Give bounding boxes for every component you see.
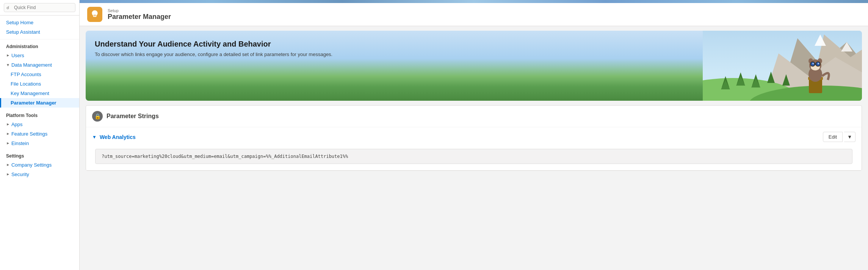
hero-subtitle: To discover which links engage your audi… <box>95 52 332 57</box>
dropdown-button[interactable]: ▼ <box>844 132 855 142</box>
hero-text-area: Understand Your Audience Activity and Be… <box>86 31 342 66</box>
platform-tools-title: Platform Tools <box>0 111 79 120</box>
sidebar-item-security[interactable]: ▼ Security <box>0 170 79 179</box>
sidebar-item-users[interactable]: ▼ Users <box>0 51 79 60</box>
sidebar-item-users-label: Users <box>11 53 24 58</box>
sidebar-item-file-locations[interactable]: File Locations <box>0 79 79 89</box>
subsection-title-group: ▼ Web Analytics <box>92 134 136 140</box>
security-chevron: ▼ <box>6 173 10 176</box>
sidebar-section-administration: Administration ▼ Users ▼ Data Management… <box>0 39 79 108</box>
param-string-value: ?utm_source=marketing%20cloud&utm_medium… <box>95 149 852 164</box>
sidebar-item-feature-settings-label: Feature Settings <box>11 131 47 137</box>
svg-point-27 <box>812 63 814 64</box>
hero-title: Understand Your Audience Activity and Be… <box>95 40 332 48</box>
main-content: Setup Parameter Manager Understand Your … <box>80 0 868 270</box>
company-settings-chevron: ▼ <box>6 163 10 167</box>
page-title: Parameter Manager <box>108 13 171 21</box>
section-header-icon: 🔒 <box>92 111 103 122</box>
administration-title: Administration <box>0 42 79 51</box>
sidebar-link-setup-assistant[interactable]: Setup Assistant <box>0 27 79 37</box>
header-bar: Setup Parameter Manager <box>80 3 868 26</box>
dropdown-chevron-icon: ▼ <box>847 134 852 140</box>
sidebar-item-ftp-accounts[interactable]: FTP Accounts <box>0 70 79 79</box>
sidebar-item-data-management[interactable]: ▼ Data Management <box>0 60 79 70</box>
einstein-chevron: ▼ <box>6 142 10 145</box>
sidebar-item-einstein-label: Einstein <box>11 140 29 146</box>
sidebar-item-einstein[interactable]: ▼ Einstein <box>0 139 79 148</box>
sidebar-item-company-settings-label: Company Settings <box>11 162 52 168</box>
sidebar-section-platform-tools: Platform Tools ▼ Apps ▼ Feature Settings… <box>0 108 79 149</box>
sidebar-item-security-label: Security <box>11 172 29 177</box>
header-text-group: Setup Parameter Manager <box>108 8 171 21</box>
sidebar-top-links: Setup Home Setup Assistant <box>0 16 79 39</box>
setup-label: Setup <box>108 8 171 13</box>
edit-button[interactable]: Edit <box>823 132 843 142</box>
web-analytics-chevron-icon[interactable]: ▼ <box>92 134 97 140</box>
parameter-manager-icon <box>87 7 102 22</box>
hero-decoration <box>703 31 862 101</box>
parameter-strings-section: 🔒 Parameter Strings ▼ Web Analytics Edit… <box>86 105 862 171</box>
sidebar-item-key-management[interactable]: Key Management <box>0 89 79 98</box>
subsection-actions: Edit ▼ <box>823 132 855 142</box>
sidebar: ☌ Setup Home Setup Assistant Administrat… <box>0 0 80 270</box>
sidebar-item-data-management-label: Data Management <box>11 62 52 68</box>
feature-settings-chevron: ▼ <box>6 132 10 136</box>
search-bar-container: ☌ <box>0 0 79 16</box>
search-icon: ☌ <box>6 5 9 10</box>
sidebar-item-apps-label: Apps <box>11 122 23 127</box>
sidebar-section-settings: Settings ▼ Company Settings ▼ Security <box>0 149 79 180</box>
wavy-top-decoration <box>80 0 868 3</box>
sidebar-item-company-settings[interactable]: ▼ Company Settings <box>0 160 79 170</box>
data-management-chevron: ▼ <box>6 63 10 67</box>
sidebar-link-setup-home[interactable]: Setup Home <box>0 18 79 27</box>
settings-title: Settings <box>0 152 79 160</box>
parameter-icon-symbol: 🔒 <box>94 113 101 119</box>
apps-chevron: ▼ <box>6 123 10 126</box>
search-input[interactable] <box>4 3 75 12</box>
section-title: Parameter Strings <box>107 113 159 120</box>
users-chevron: ▼ <box>6 54 10 58</box>
subsection-header: ▼ Web Analytics Edit ▼ <box>86 127 862 147</box>
web-analytics-link[interactable]: Web Analytics <box>100 134 136 140</box>
sidebar-item-parameter-manager[interactable]: Parameter Manager <box>0 98 79 108</box>
sidebar-item-feature-settings[interactable]: ▼ Feature Settings <box>0 129 79 139</box>
hero-banner: Understand Your Audience Activity and Be… <box>86 31 862 101</box>
section-header: 🔒 Parameter Strings <box>86 106 862 127</box>
web-analytics-subsection: ▼ Web Analytics Edit ▼ ?utm_source=marke… <box>86 127 862 170</box>
svg-point-28 <box>818 63 819 64</box>
sidebar-item-apps[interactable]: ▼ Apps <box>0 120 79 129</box>
svg-rect-29 <box>814 64 816 65</box>
